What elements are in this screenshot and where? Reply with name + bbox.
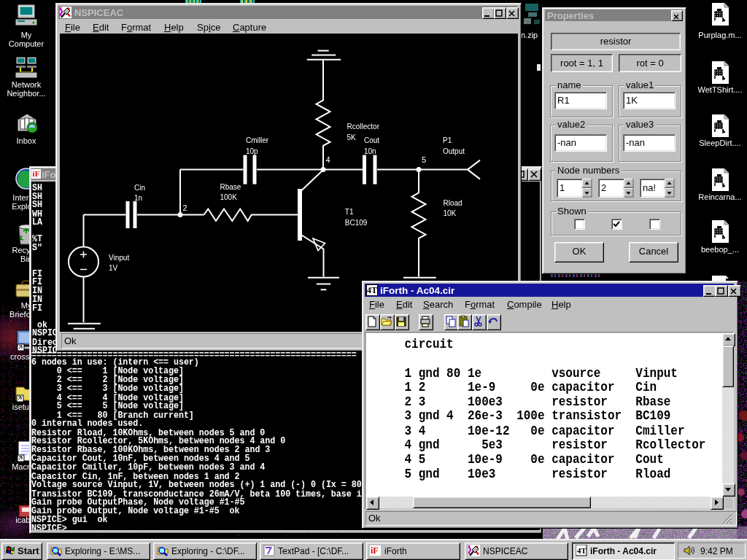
svg-text:10n: 10n [364,147,376,155]
svg-text:Rload: Rload [444,199,462,207]
svg-text:Cmiller: Cmiller [246,136,269,144]
svg-text:5: 5 [422,155,426,164]
svg-text:1n: 1n [134,194,142,202]
svg-text:Rbase: Rbase [220,183,241,191]
svg-text:4: 4 [326,155,330,164]
svg-text:BC109: BC109 [345,219,368,227]
svg-text:Output: Output [443,147,465,155]
svg-text:10p: 10p [246,147,258,155]
svg-text:5K: 5K [347,133,357,141]
svg-text:Cin: Cin [134,184,145,192]
svg-text:Rcollector: Rcollector [347,122,380,131]
svg-text:Cout: Cout [364,136,379,144]
svg-text:iF: iF [371,545,379,556]
svg-text:4T: 4T [577,546,587,555]
svg-text:P1: P1 [443,136,452,144]
svg-text:100K: 100K [220,193,238,201]
svg-text:T1: T1 [345,208,354,216]
svg-text:2: 2 [183,203,187,212]
svg-text:10K: 10K [444,209,457,217]
svg-text:Vinput: Vinput [109,254,129,262]
svg-text:1V: 1V [109,264,118,272]
